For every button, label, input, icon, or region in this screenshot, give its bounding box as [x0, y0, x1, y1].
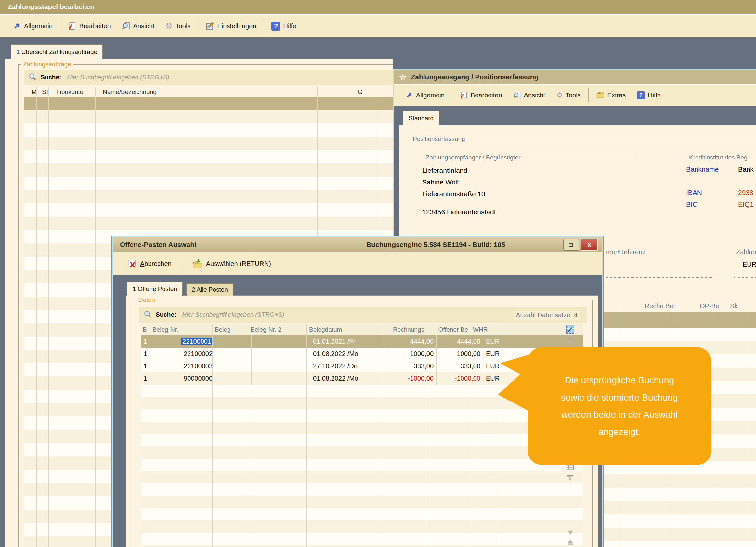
arrow-up-right-icon — [13, 22, 21, 30]
col-b[interactable]: B — [143, 326, 147, 333]
cancel-icon — [127, 259, 137, 269]
menu-bearbeiten[interactable]: Bearbeiten — [62, 22, 116, 30]
star-icon: ☆ — [399, 73, 406, 81]
tab-offene-posten[interactable]: 1 Offene Posten — [127, 282, 183, 296]
col-rechnbet[interactable]: Rechn.Bet — [645, 302, 675, 310]
menu-ansicht[interactable]: Ansicht — [508, 91, 551, 99]
dialog-search-bar[interactable]: Suche: Hier Suchbegriff eingeben (STRG+S… — [139, 307, 587, 322]
col-name[interactable]: Name/Bezeichnung — [103, 88, 157, 96]
select-button[interactable]: Auswählen (RETURN) — [187, 259, 277, 269]
cancel-button[interactable]: Abbrechen — [122, 259, 177, 269]
menu-hilfe[interactable]: ? Hilfe — [631, 91, 666, 99]
arrow-up-right-icon — [405, 91, 413, 99]
folder-icon — [596, 91, 605, 99]
search-label: Suche: — [156, 311, 176, 318]
menu-hilfe[interactable]: ? Hilfe — [266, 22, 302, 31]
col-sk[interactable]: Sk. — [730, 302, 739, 310]
col-offener-be[interactable]: Offener Be — [427, 326, 468, 333]
main-menubar: Allgemein Bearbeiten Ansicht ⚙ Tools Ein… — [0, 14, 756, 37]
help-icon: ? — [637, 91, 645, 99]
tab-standard[interactable]: Standard — [403, 111, 439, 125]
menu-bearbeiten[interactable]: Bearbeiten — [454, 91, 508, 99]
menu-allgemein[interactable]: Allgemein — [7, 22, 58, 30]
settings-page-icon — [206, 22, 214, 30]
search-icon — [143, 310, 152, 319]
menu-ansicht[interactable]: Ansicht — [116, 22, 160, 30]
payment-menubar: Allgemein Bearbeiten Ansicht ⚙ Tools Ext… — [394, 84, 756, 106]
restore-icon — [568, 242, 574, 248]
group-label: Daten — [137, 296, 157, 303]
col-belegdatum[interactable]: Belegdatum — [309, 326, 342, 333]
items-table-header: Rechn.Bet OP-Be Sk. — [603, 300, 756, 312]
callout-text: Die ursprüngliche Buchungsowie die storn… — [561, 371, 678, 440]
gears-icon: ⚙ — [556, 91, 563, 99]
col-m[interactable]: M — [32, 88, 37, 96]
callout-bubble: Die ursprüngliche Buchungsowie die storn… — [528, 347, 711, 465]
dialog-title-right: Buchungsengine 5.584 SE1194 - Build: 105 — [366, 241, 505, 249]
menu-tools[interactable]: ⚙ Tools — [160, 22, 196, 30]
search-icon — [28, 73, 37, 82]
search-placeholder: Hier Suchbegriff eingeben (STRG+S) — [67, 74, 169, 81]
col-g[interactable]: G — [358, 88, 363, 96]
scroll-top-icon[interactable] — [567, 337, 574, 344]
col-opbe[interactable]: OP-Be — [700, 302, 719, 310]
search-label: Suche: — [41, 74, 61, 81]
payee-contact[interactable]: Sabine Wolf — [422, 178, 459, 186]
col-rechnungs[interactable]: Rechnungs — [378, 326, 424, 333]
op-row[interactable]: 1 22100001 01.01.2021 /Fr 4444,00 4444,0… — [141, 335, 583, 347]
menu-extras[interactable]: Extras — [591, 91, 632, 99]
dialog-title: Offene-Posten Auswahl — [120, 241, 196, 249]
gears-icon: ⚙ — [165, 22, 173, 30]
folder-select-icon — [192, 259, 203, 269]
col-whr[interactable]: WHR — [473, 326, 488, 333]
amount-input[interactable] — [734, 269, 756, 278]
tab-uebersicht-zahlungsauftraege[interactable]: 1 Übersicht Zahlungsaufträge — [11, 44, 103, 59]
toolbar-separator — [452, 88, 452, 102]
search-placeholder: Hier Suchbegriff eingeben (STRG+S) — [182, 311, 284, 318]
bic-value[interactable]: EIQ1 — [738, 201, 754, 208]
bankname-label[interactable]: Bankname — [686, 165, 719, 173]
help-icon: ? — [271, 22, 280, 31]
main-selected-row[interactable] — [24, 97, 393, 110]
record-count: Anzahl Datensätze: 4 — [513, 311, 580, 319]
currency-value[interactable]: EUR — [743, 261, 756, 268]
main-table-header: M ST Fibukonto Name/Bezeichnung G — [24, 87, 393, 97]
col-fibukonto[interactable]: Fibukonto — [56, 88, 83, 96]
dialog-toolbar: Abbrechen Auswählen (RETURN) — [113, 252, 603, 275]
toolbar-separator — [588, 88, 589, 102]
payee-name[interactable]: LieferantInland — [422, 167, 467, 175]
main-search-bar[interactable]: Suche: Hier Suchbegriff eingeben (STRG+S… — [24, 70, 393, 85]
reference-input[interactable] — [606, 269, 713, 278]
main-window-title: Zahlungsstapel bearbeiten — [8, 3, 94, 11]
iban-label[interactable]: IBAN — [686, 189, 702, 197]
close-button[interactable]: X — [581, 239, 598, 251]
menu-einstellungen[interactable]: Einstellungen — [200, 22, 262, 30]
col-beleg[interactable]: Beleg — [215, 326, 231, 333]
payee-city[interactable]: 123456 Lieferantenstadt — [422, 208, 496, 216]
payee-street[interactable]: Lieferantenstraße 10 — [422, 190, 485, 198]
items-selected-row[interactable] — [603, 312, 756, 328]
main-window-titlebar: Zahlungsstapel bearbeiten — [0, 0, 756, 14]
scroll-down-icon[interactable] — [567, 530, 574, 535]
col-beleg-nr[interactable]: Beleg-Nr. — [152, 326, 178, 333]
iban-value[interactable]: 2938 — [738, 189, 753, 197]
payee-group-label: Zahlungsempfänger / Begünstigter — [424, 154, 522, 161]
dialog-titlebar[interactable]: Offene-Posten Auswahl Buchungsengine 5.5… — [113, 237, 602, 252]
toolbar-separator — [264, 19, 264, 33]
op-table-header: B Beleg-Nr. Beleg Beleg-Nr. 2 Belegdatum… — [141, 324, 583, 335]
toolbar-separator — [198, 19, 198, 33]
restore-button[interactable] — [563, 239, 579, 251]
menu-tools[interactable]: ⚙ Tools — [551, 91, 586, 99]
menu-allgemein[interactable]: Allgemein — [400, 91, 450, 99]
toolbar-separator — [60, 19, 60, 33]
bankname-value[interactable]: Bank — [738, 165, 754, 173]
payment-window-title: Zahlungsausgang / Positionserfassung — [411, 73, 538, 81]
customize-columns-icon[interactable] — [566, 325, 574, 334]
tab-alle-posten[interactable]: 2 Alle Posten — [186, 283, 233, 296]
edit-page-icon — [460, 91, 468, 99]
magnifier-page-icon — [122, 22, 130, 30]
col-beleg-nr-2[interactable]: Beleg-Nr. 2 — [251, 326, 281, 333]
bic-label[interactable]: BIC — [686, 201, 697, 208]
scroll-bottom-icon[interactable] — [567, 539, 574, 545]
filter-funnel-icon[interactable] — [566, 474, 574, 481]
